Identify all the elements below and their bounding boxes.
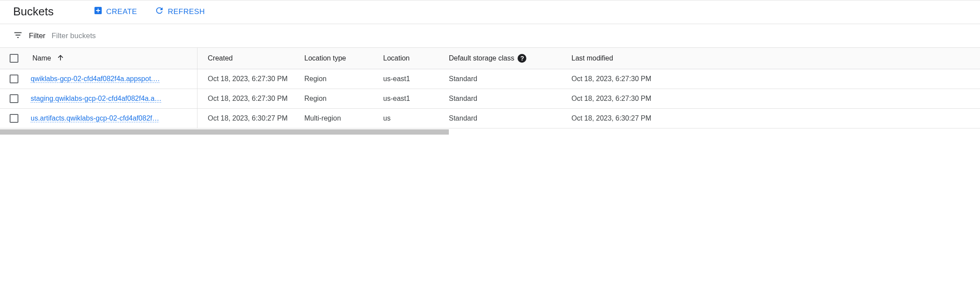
cell-location: us-east1: [383, 89, 449, 109]
cell-location: us: [383, 109, 449, 128]
column-header-location[interactable]: Location: [383, 48, 449, 69]
cell-created: Oct 18, 2023, 6:30:27 PM: [197, 109, 304, 128]
filter-icon: [13, 30, 23, 41]
create-button[interactable]: CREATE: [93, 6, 137, 18]
cell-location: us-east1: [383, 69, 449, 89]
row-checkbox[interactable]: [10, 94, 18, 103]
sort-asc-icon: [56, 53, 65, 64]
top-toolbar: Buckets CREATE REFRESH: [0, 0, 980, 24]
cell-storage-class: Standard: [449, 109, 571, 128]
filter-label: Filter: [29, 32, 46, 40]
bucket-name-link[interactable]: us.artifacts.qwiklabs-gcp-02-cfd4af082f…: [31, 114, 159, 122]
cell-created: Oct 18, 2023, 6:27:30 PM: [197, 69, 304, 89]
cell-last-modified: Oct 18, 2023, 6:27:30 PM: [571, 89, 980, 109]
cell-last-modified: Oct 18, 2023, 6:27:30 PM: [571, 69, 980, 89]
refresh-icon: [155, 6, 164, 18]
filter-input[interactable]: [52, 32, 183, 40]
filter-bar: Filter: [0, 24, 980, 47]
table-row: staging.qwiklabs-gcp-02-cfd4af082f4a.a… …: [0, 89, 980, 109]
cell-created: Oct 18, 2023, 6:27:30 PM: [197, 89, 304, 109]
cell-location-type: Region: [304, 69, 383, 89]
cell-storage-class: Standard: [449, 89, 571, 109]
table-row: us.artifacts.qwiklabs-gcp-02-cfd4af082f……: [0, 109, 980, 128]
table-header-row: Name Created Location type Location Defa…: [0, 48, 980, 69]
row-checkbox[interactable]: [10, 114, 18, 123]
cell-location-type: Region: [304, 89, 383, 109]
select-all-checkbox[interactable]: [10, 54, 18, 63]
column-header-name[interactable]: Name: [31, 48, 197, 69]
help-icon[interactable]: ?: [518, 54, 526, 63]
bucket-name-link[interactable]: staging.qwiklabs-gcp-02-cfd4af082f4a.a…: [31, 95, 162, 103]
cell-location-type: Multi-region: [304, 109, 383, 128]
horizontal-scrollbar[interactable]: [0, 128, 449, 135]
column-header-last-modified[interactable]: Last modified: [571, 48, 980, 69]
table-row: qwiklabs-gcp-02-cfd4af082f4a.appspot.… O…: [0, 69, 980, 89]
column-header-storage-class[interactable]: Default storage class ?: [449, 48, 571, 69]
column-header-location-type[interactable]: Location type: [304, 48, 383, 69]
buckets-table: Name Created Location type Location Defa…: [0, 47, 980, 128]
plus-box-icon: [93, 6, 103, 18]
refresh-button[interactable]: REFRESH: [155, 6, 205, 18]
refresh-button-label: REFRESH: [168, 7, 205, 16]
cell-last-modified: Oct 18, 2023, 6:30:27 PM: [571, 109, 980, 128]
bucket-name-link[interactable]: qwiklabs-gcp-02-cfd4af082f4a.appspot.…: [31, 75, 160, 83]
create-button-label: CREATE: [106, 7, 137, 16]
cell-storage-class: Standard: [449, 69, 571, 89]
page-title: Buckets: [13, 5, 54, 18]
row-checkbox[interactable]: [10, 75, 18, 83]
column-header-created[interactable]: Created: [197, 48, 304, 69]
column-name-label: Name: [32, 54, 51, 62]
